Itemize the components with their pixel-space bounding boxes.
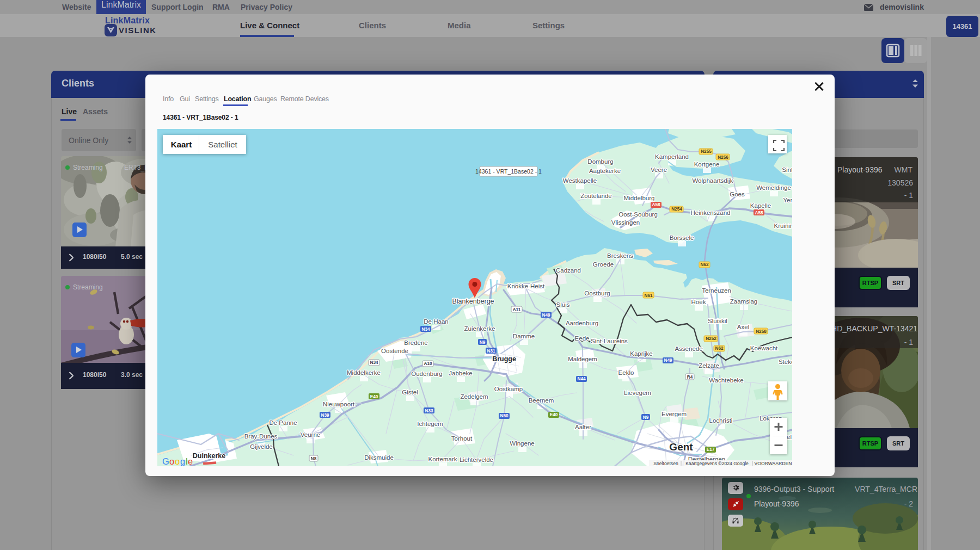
svg-text:Aagtekerke: Aagtekerke [589,168,621,174]
svg-text:N61: N61 [644,293,652,298]
svg-text:Eede: Eede [575,335,590,342]
svg-text:Sluis: Sluis [556,301,570,308]
svg-text:Wingene: Wingene [510,440,534,447]
svg-text:Oostburg: Oostburg [584,290,610,296]
svg-text:Goes: Goes [730,191,745,197]
svg-text:VOORWAARDEN: VOORWAARDEN [755,461,792,466]
svg-text:N50: N50 [500,413,508,418]
svg-text:A11: A11 [513,307,521,312]
svg-text:Axel: Axel [737,324,749,330]
svg-text:Stekene: Stekene [779,359,792,365]
svg-text:N9: N9 [643,415,649,420]
svg-text:Wachtebeke: Wachtebeke [709,377,744,384]
svg-text:Middelburg: Middelburg [624,195,655,201]
svg-text:N31: N31 [487,349,495,354]
svg-text:N44: N44 [577,376,585,381]
svg-text:De Haan: De Haan [424,318,448,325]
svg-text:N49: N49 [542,313,550,318]
svg-text:Eeklo: Eeklo [618,369,634,376]
svg-text:Kaartgegevens ©2024 Google: Kaartgegevens ©2024 Google [685,461,749,466]
svg-text:Oostkamp: Oostkamp [494,386,523,392]
svg-text:N33: N33 [425,409,433,413]
svg-text:Blankenberge: Blankenberge [452,298,494,305]
svg-text:Veere: Veere [651,166,667,173]
svg-text:Zedelgem: Zedelgem [460,393,488,400]
svg-text:N256: N256 [718,155,728,160]
svg-text:Evergem: Evergem [661,411,687,417]
svg-text:Zoutelande: Zoutelande [580,193,612,199]
svg-text:N34: N34 [370,360,378,365]
svg-text:o: o [175,456,180,466]
svg-text:Damme: Damme [513,333,535,339]
svg-text:Veurne: Veurne [301,431,320,438]
svg-text:Lichtervelde: Lichtervelde [460,456,493,463]
svg-text:Jabbeke: Jabbeke [449,370,472,376]
svg-text:G: G [162,456,169,466]
svg-text:N62: N62 [700,262,708,267]
svg-text:N49: N49 [664,358,672,363]
svg-text:el: el [787,434,792,440]
svg-text:Vlissingen: Vlissingen [611,219,640,226]
svg-text:Gent: Gent [669,441,693,453]
svg-text:Aalter: Aalter [575,424,591,430]
svg-text:Westkapelle: Westkapelle [563,177,597,184]
svg-text:Bredene: Bredene [404,339,427,346]
svg-text:Zelzate: Zelzate [699,362,719,369]
svg-text:Oost-Souburg: Oost-Souburg [618,211,658,218]
svg-text:Sneltoetsen: Sneltoetsen [653,461,678,466]
svg-text:E40: E40 [550,412,558,417]
svg-text:Brugge: Brugge [492,355,516,363]
svg-text:Wolphaartsdijk: Wolphaartsdijk [692,177,733,184]
svg-text:Kapelle: Kapelle [750,202,771,209]
svg-text:Oostende: Oostende [381,348,408,354]
svg-text:Aardenburg: Aardenburg [566,320,598,326]
svg-text:Terneuzen: Terneuzen [702,287,731,294]
svg-text:N254: N254 [671,207,682,212]
svg-text:Groede: Groede [593,261,614,268]
svg-text:Yerseke: Yerseke [783,197,792,203]
svg-text:Kaprijke: Kaprijke [630,350,653,357]
svg-text:N252: N252 [706,336,716,341]
svg-text:N8: N8 [311,456,317,461]
svg-text:Ichtegem: Ichtegem [417,421,443,427]
svg-text:Sluiskil: Sluiskil [708,318,727,324]
svg-text:Sint-Laureins: Sint-Laureins [591,338,628,344]
svg-text:Duinkerke: Duinkerke [193,452,225,460]
svg-text:Kortgene: Kortgene [694,161,720,168]
svg-text:N34: N34 [421,327,430,332]
svg-text:Domburg: Domburg [587,158,613,165]
svg-text:Hoek: Hoek [691,299,706,305]
svg-text:Middelkerke: Middelkerke [347,369,381,376]
svg-text:Beernem: Beernem [529,397,554,404]
svg-text:Satelliet: Satelliet [208,140,237,149]
svg-text:Nieuwpoort: Nieuwpoort [323,401,355,407]
svg-text:Lievegem: Lievegem [624,390,651,396]
svg-text:E40: E40 [370,394,378,399]
svg-text:Kamperland: Kamperland [655,153,689,160]
svg-text:Knokke-Heist: Knokke-Heist [507,283,545,289]
svg-text:Zuienkerke: Zuienkerke [464,325,495,332]
svg-text:Maldegem: Maldegem [568,356,597,362]
svg-text:Koewacht: Koewacht [750,345,778,351]
svg-text:Torhout: Torhout [451,435,473,442]
svg-text:Cadzand: Cadzand [556,267,581,274]
svg-text:Zaamslag: Zaamslag [730,298,758,305]
svg-text:Kortemark: Kortemark [428,456,457,462]
svg-text:Gijvelde: Gijvelde [250,443,273,450]
svg-text:Assenede: Assenede [675,345,702,352]
svg-text:Kruiningen: Kruiningen [774,223,792,229]
svg-text:e: e [188,456,193,466]
svg-text:Bray-Dunes: Bray-Dunes [244,433,278,440]
svg-text:R4: R4 [687,375,693,380]
svg-text:A58: A58 [755,211,763,215]
svg-text:o: o [169,456,174,466]
svg-text:N255: N255 [701,149,712,154]
svg-text:Lochristi: Lochristi [709,417,733,424]
svg-text:Breskens: Breskens [607,252,633,259]
svg-text:A58: A58 [652,202,660,207]
svg-text:Heinkenszand: Heinkenszand [691,209,731,216]
svg-text:N39: N39 [321,413,329,418]
svg-text:Gistel: Gistel [402,389,418,395]
svg-text:Oudenburg: Oudenburg [411,370,443,377]
svg-text:Wemeldinge: Wemeldinge [756,184,791,191]
